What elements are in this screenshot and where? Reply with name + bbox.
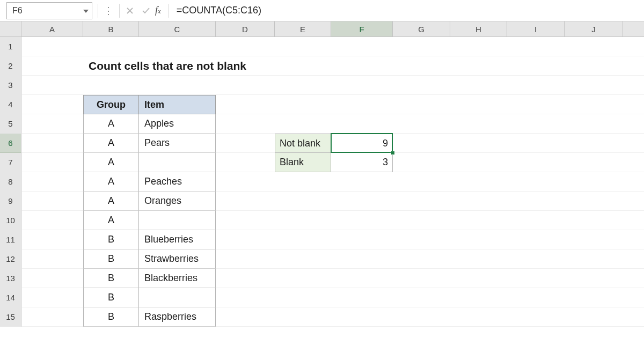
table-header-group: Group [83,95,139,114]
table-cell-group[interactable]: A [83,211,139,230]
spreadsheet: ABCDEFGHIJ 123456789101112131415 Count c… [0,21,644,327]
fill-handle[interactable] [391,151,395,155]
page-title: Count cells that are not blank [83,56,331,76]
table-cell-item[interactable]: Peaches [139,172,216,192]
row-header[interactable]: 8 [0,172,21,192]
result-value[interactable]: 9 [331,134,393,153]
table-cell-group[interactable]: A [83,114,139,134]
separator [119,4,120,18]
table-cell-item[interactable]: Raspberries [139,307,216,327]
formula-input[interactable] [171,2,640,19]
column-header[interactable]: J [565,21,623,36]
column-headers: ABCDEFGHIJ [0,21,644,37]
table-cell-item[interactable] [139,153,216,172]
separator [98,4,98,18]
row-header[interactable]: 12 [0,249,21,269]
row-header[interactable]: 13 [0,269,21,288]
table-cell-item[interactable]: Oranges [139,192,216,211]
table-cell-item[interactable] [139,288,216,307]
table-cell-item[interactable]: Apples [139,114,216,134]
table-cell-group[interactable]: A [83,134,139,153]
table-cell-group[interactable]: B [83,230,139,249]
column-header[interactable]: D [216,21,275,36]
chevron-down-icon[interactable] [83,8,89,14]
table-header-item: Item [139,95,216,114]
column-header[interactable]: H [450,21,507,36]
row-header[interactable]: 1 [0,37,21,56]
name-box[interactable]: F6 [6,2,92,19]
result-label: Not blank [275,134,331,153]
table-cell-item[interactable]: Strawberries [139,249,216,269]
row-header[interactable]: 14 [0,288,21,307]
row-header[interactable]: 3 [0,76,21,95]
column-header[interactable]: B [83,21,139,36]
row-header[interactable]: 11 [0,230,21,249]
separator [169,4,169,18]
fx-icon[interactable]: fx [154,5,166,16]
table-cell-item[interactable]: Blackberries [139,269,216,288]
formula-bar: F6 ⋮ fx [0,0,644,21]
row-header[interactable]: 2 [0,56,21,76]
table-cell-group[interactable]: A [83,192,139,211]
column-header[interactable]: I [507,21,565,36]
table-cell-item[interactable]: Blueberries [139,230,216,249]
table-cell-group[interactable]: B [83,249,139,269]
table-cell-group[interactable]: A [83,172,139,192]
name-box-value: F6 [12,6,23,16]
table-cell-item[interactable]: Pears [139,134,216,153]
row-header[interactable]: 15 [0,307,21,327]
table-cell-item[interactable] [139,211,216,230]
row-header[interactable]: 6 [0,134,21,153]
result-label: Blank [275,153,331,172]
result-value[interactable]: 3 [331,153,393,172]
confirm-icon[interactable] [138,3,154,19]
cancel-icon[interactable] [122,3,138,19]
table-cell-group[interactable]: B [83,288,139,307]
table-cell-group[interactable]: B [83,269,139,288]
row-header[interactable]: 9 [0,192,21,211]
column-header[interactable]: F [331,21,393,36]
table-cell-group[interactable]: B [83,307,139,327]
row-header[interactable]: 4 [0,95,21,114]
row-header[interactable]: 7 [0,153,21,172]
column-header[interactable]: E [275,21,331,36]
column-header[interactable]: A [21,21,83,36]
row-header[interactable]: 10 [0,211,21,230]
column-header[interactable]: C [139,21,216,36]
row-header[interactable]: 5 [0,114,21,134]
more-icon[interactable]: ⋮ [100,5,117,17]
column-header[interactable]: G [393,21,450,36]
table-cell-group[interactable]: A [83,153,139,172]
select-all-corner[interactable] [0,21,21,36]
